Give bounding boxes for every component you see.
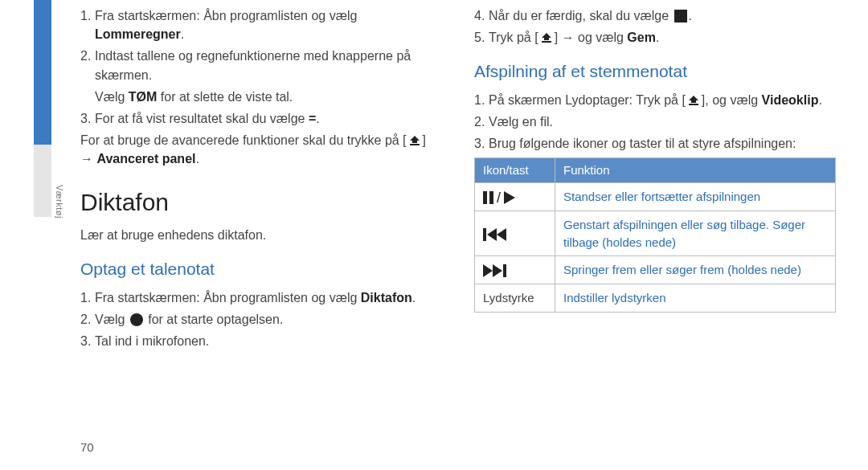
svg-rect-4 [503, 264, 506, 277]
list-item: 2. Vælg en fil. [474, 112, 836, 131]
function-table: Ikon/tast Funktion / Standser eller fort… [474, 157, 836, 313]
subsection-heading-record: Optag et talenotat [80, 257, 442, 281]
step-subtext: Vælg TØM for at slette de viste tal. [95, 88, 442, 106]
side-label: Værktøj [55, 185, 64, 219]
section-heading-diktafon: Diktafon [80, 185, 442, 220]
calc-steps: 1. Fra startskærmen: Åbn programlisten o… [80, 6, 442, 128]
record-steps: 1. Fra startskærmen: Åbn programlisten o… [80, 288, 442, 351]
step-number: 3. [474, 134, 489, 153]
table-row: Genstart afspilningen eller søg tilbage.… [475, 210, 836, 256]
table-row: Springer frem eller søger frem (holdes n… [475, 256, 836, 284]
forward-icon [475, 256, 555, 284]
step-text: For at få vist resultatet skal du vælge … [95, 109, 442, 128]
table-header-icon: Ikon/tast [475, 158, 555, 183]
pause-play-icon: / [475, 183, 555, 211]
step-number: 3. [80, 332, 95, 350]
side-tab-blue [34, 0, 51, 145]
section-intro: Lær at bruge enhedens diktafon. [80, 226, 442, 244]
list-item: 1. Fra startskærmen: Åbn programlisten o… [80, 6, 442, 43]
step-number: 2. [474, 112, 489, 131]
list-item: 5. Tryk på [] → og vælg Gem. [474, 28, 836, 47]
step-number: 4. [474, 6, 489, 25]
rewind-icon [475, 210, 555, 256]
svg-text:/: / [497, 191, 501, 204]
step-text: Når du er færdig, skal du vælge . [489, 6, 836, 25]
stop-icon [674, 10, 687, 22]
step-text: Indtast tallene og regnefunktionerne med… [95, 47, 442, 84]
table-row: / Standser eller fortsætter afspilningen [475, 183, 836, 211]
step-text: Vælg for at starte optagelsen. [95, 310, 442, 329]
step-number: 1. [80, 288, 95, 307]
list-item: 3. Tal ind i mikrofonen. [80, 332, 442, 350]
table-function: Indstiller lydstyrken [555, 284, 836, 313]
step-text: Tal ind i mikrofonen. [95, 332, 442, 350]
step-number: 3. [80, 109, 95, 128]
list-item: 1. Fra startskærmen: Åbn programlisten o… [80, 288, 442, 307]
upload-icon [687, 92, 700, 104]
list-item: 3. Brug følgende ikoner og taster til at… [474, 134, 836, 153]
table-function: Springer frem eller søger frem (holdes n… [555, 256, 836, 284]
step-text: På skærmen Lydoptager: Tryk på [], og væ… [489, 91, 836, 109]
step-text: Vælg en fil. [489, 112, 836, 131]
list-item: 2. Vælg for at starte optagelsen. [80, 310, 442, 329]
step-text: Tryk på [] → og vælg Gem. [489, 28, 836, 47]
list-item: 4. Når du er færdig, skal du vælge . [474, 6, 836, 25]
table-function: Genstart afspilningen eller søg tilbage.… [555, 210, 836, 256]
list-item: 2. Indtast tallene og regnefunktionerne … [80, 47, 442, 84]
table-icon-text: Lydstyrke [475, 284, 555, 313]
svg-rect-1 [489, 191, 493, 204]
step-number: 2. [80, 310, 95, 329]
step-number: 1. [474, 91, 489, 109]
record-icon [130, 313, 143, 326]
table-header-row: Ikon/tast Funktion [475, 158, 836, 183]
step-number: 2. [80, 47, 95, 84]
step-text: Brug følgende ikoner og taster til at st… [489, 134, 836, 153]
side-tab-gray [34, 145, 51, 217]
finish-steps: 4. Når du er færdig, skal du vælge . 5. … [474, 6, 836, 47]
page-number: 70 [80, 440, 94, 454]
upload-icon [540, 30, 553, 41]
step-number: 5. [474, 28, 489, 47]
list-item: 1. På skærmen Lydoptager: Tryk på [], og… [474, 91, 836, 109]
table-header-function: Funktion [555, 158, 836, 183]
svg-rect-0 [483, 191, 487, 204]
page-content: 1. Fra startskærmen: Åbn programlisten o… [80, 6, 836, 354]
table-function: Standser eller fortsætter afspilningen [555, 183, 836, 211]
step-text: Fra startskærmen: Åbn programlisten og v… [95, 6, 442, 43]
subsection-heading-play: Afspilning af et stemmenotat [474, 59, 836, 84]
svg-rect-3 [483, 228, 486, 241]
table-row: Lydstyrke Indstiller lydstyrken [475, 284, 836, 313]
upload-icon [408, 133, 421, 144]
list-item: 3. For at få vist resultatet skal du væl… [80, 109, 442, 128]
column-right: 4. Når du er færdig, skal du vælge . 5. … [474, 6, 836, 354]
step-number: 1. [80, 6, 95, 43]
column-left: 1. Fra startskærmen: Åbn programlisten o… [80, 6, 442, 354]
play-steps: 1. På skærmen Lydoptager: Tryk på [], og… [474, 91, 836, 153]
step-text: Fra startskærmen: Åbn programlisten og v… [95, 288, 442, 307]
advanced-note: For at bruge de avancerede funktioner sk… [80, 131, 442, 168]
